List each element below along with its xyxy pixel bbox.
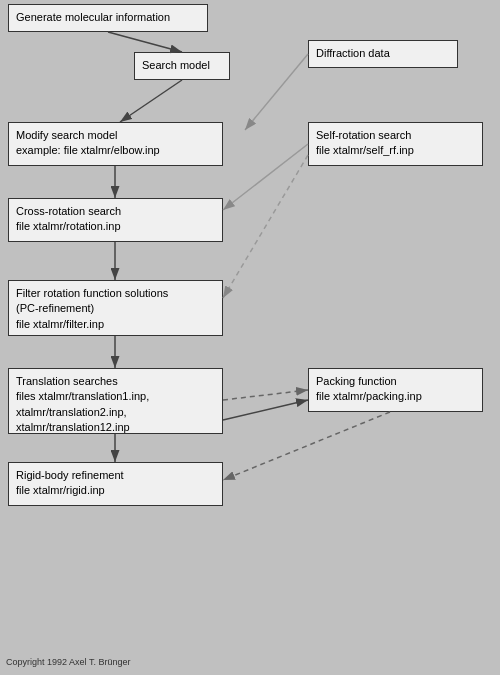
generate-box: Generate molecular information	[8, 4, 208, 32]
filter-line3: file xtalmr/filter.inp	[16, 317, 215, 332]
copyright-text: Copyright 1992 Axel T. Brünger	[6, 657, 130, 667]
cross-rotation-line2: file xtalmr/rotation.inp	[16, 219, 215, 234]
self-rotation-line2: file xtalmr/self_rf.inp	[316, 143, 475, 158]
svg-line-13	[223, 412, 390, 480]
svg-line-4	[120, 80, 182, 122]
flow-arrows	[0, 0, 500, 675]
rigid-body-line2: file xtalmr/rigid.inp	[16, 483, 215, 498]
filter-box: Filter rotation function solutions (PC-r…	[8, 280, 223, 336]
modify-line1: Modify search model	[16, 128, 215, 143]
search-model-label: Search model	[142, 59, 210, 71]
translation-line3: xtalmr/translation2.inp,	[16, 405, 215, 420]
filter-line2: (PC-refinement)	[16, 301, 215, 316]
filter-line1: Filter rotation function solutions	[16, 286, 215, 301]
rigid-body-line1: Rigid-body refinement	[16, 468, 215, 483]
cross-rotation-box: Cross-rotation search file xtalmr/rotati…	[8, 198, 223, 242]
diffraction-box: Diffraction data	[308, 40, 458, 68]
svg-line-3	[108, 32, 182, 52]
rigid-body-box: Rigid-body refinement file xtalmr/rigid.…	[8, 462, 223, 506]
generate-label: Generate molecular information	[16, 11, 170, 23]
translation-box: Translation searches files xtalmr/transl…	[8, 368, 223, 434]
svg-line-11	[223, 155, 308, 298]
svg-line-12	[223, 390, 308, 400]
translation-line2: files xtalmr/translation1.inp,	[16, 389, 215, 404]
svg-line-9	[245, 54, 308, 130]
packing-line1: Packing function	[316, 374, 475, 389]
self-rotation-line1: Self-rotation search	[316, 128, 475, 143]
translation-line1: Translation searches	[16, 374, 215, 389]
svg-line-10	[223, 144, 308, 210]
cross-rotation-line1: Cross-rotation search	[16, 204, 215, 219]
translation-line4: xtalmr/translation12.inp	[16, 420, 215, 435]
modify-box: Modify search model example: file xtalmr…	[8, 122, 223, 166]
svg-line-14	[223, 400, 308, 420]
diffraction-label: Diffraction data	[316, 47, 390, 59]
search-model-box: Search model	[134, 52, 230, 80]
packing-line2: file xtalmr/packing.inp	[316, 389, 475, 404]
packing-box: Packing function file xtalmr/packing.inp	[308, 368, 483, 412]
self-rotation-box: Self-rotation search file xtalmr/self_rf…	[308, 122, 483, 166]
modify-line2: example: file xtalmr/elbow.inp	[16, 143, 215, 158]
